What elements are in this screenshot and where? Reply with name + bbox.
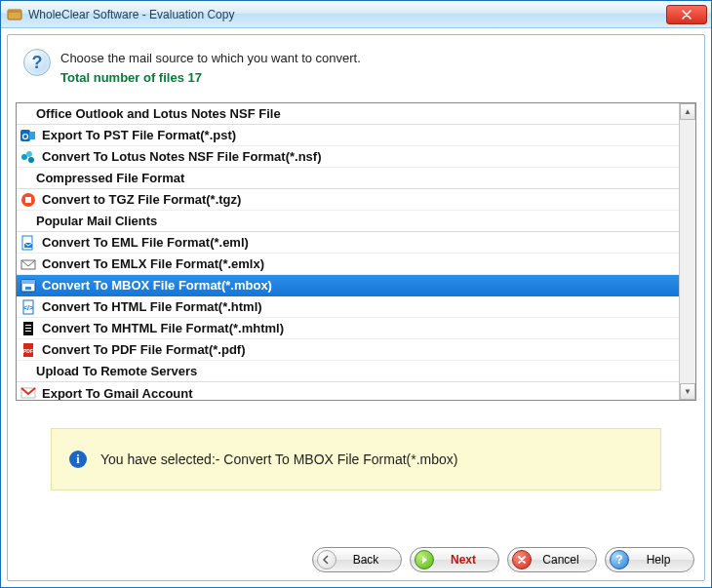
svg-rect-4 [29,132,35,139]
help-icon: ? [610,550,629,569]
list-item-gmail[interactable]: Export To Gmail Account [17,382,679,400]
mbox-icon [20,278,36,294]
prompt-header: ? Choose the mail source to which you wa… [16,45,696,97]
file-count-text: Total number of files 17 [60,68,361,88]
info-icon: i [69,451,87,468]
list-item-nsf[interactable]: Convert To Lotus Notes NSF File Format(*… [17,146,679,168]
list-item-label: Convert To MBOX File Format(*.mbox) [42,278,272,293]
cancel-button[interactable]: Cancel [507,547,597,572]
format-list[interactable]: Office Outlook and Lotus Notes NSF File … [17,103,679,400]
list-item-label: Convert to TGZ File Format(*.tgz) [42,192,241,207]
svg-text:PDF: PDF [23,348,33,354]
prompt-text: Choose the mail source to which you want… [60,49,361,68]
outlook-icon: O [20,128,36,143]
question-icon: ? [23,49,51,76]
close-button[interactable] [666,5,707,24]
svg-point-6 [26,151,32,157]
svg-rect-15 [25,287,31,290]
svg-rect-14 [21,280,35,284]
gmail-icon [20,385,36,400]
file-mail-icon [20,235,36,251]
svg-rect-20 [25,328,31,329]
svg-rect-1 [8,10,21,13]
list-item-eml[interactable]: Convert To EML File Format(*.eml) [17,232,679,254]
close-icon [512,550,532,569]
list-item-label: Export To PST File Format(*.pst) [42,128,236,142]
window-title: WholeClear Software - Evaluation Copy [28,8,234,21]
list-item-label: Convert To EMLX File Format(*.emlx) [42,256,264,271]
list-item-mbox[interactable]: Convert To MBOX File Format(*.mbox) [17,275,679,296]
button-label: Back [342,553,389,567]
svg-point-5 [21,154,27,160]
scroll-down-button[interactable]: ▼ [680,383,695,400]
lotus-icon [20,149,36,165]
titlebar: WholeClear Software - Evaluation Copy [1,1,711,28]
group-header-popular: Popular Mail Clients [17,211,679,232]
list-item-pst[interactable]: O Export To PST File Format(*.pst) [17,125,679,146]
svg-rect-19 [25,325,31,326]
main-panel: ? Choose the mail source to which you wa… [7,34,705,581]
group-header-office: Office Outlook and Lotus Notes NSF File [17,103,679,125]
button-label: Help [635,553,682,567]
file-dark-icon [20,321,36,336]
archive-icon [20,192,36,208]
arrow-left-icon [317,550,336,569]
selection-info-bar: i You have selected:- Convert To MBOX Fi… [51,428,661,490]
list-item-tgz[interactable]: Convert to TGZ File Format(*.tgz) [17,189,679,211]
next-button[interactable]: Next [410,547,499,572]
format-list-container: Office Outlook and Lotus Notes NSF File … [16,102,696,401]
group-header-compressed: Compressed File Format [17,168,679,189]
file-pdf-icon: PDF [20,342,36,358]
list-item-html[interactable]: </> Convert To HTML File Format(*.html) [17,296,679,318]
button-label: Cancel [537,553,584,567]
arrow-right-icon [415,550,434,569]
list-item-label: Convert To HTML File Format(*.html) [42,299,262,314]
list-item-emlx[interactable]: Convert To EMLX File Format(*.emlx) [17,254,679,275]
list-item-label: Convert To MHTML File Format(*.mhtml) [42,321,284,335]
scroll-track[interactable] [680,120,695,383]
svg-text:</>: </> [23,304,33,311]
svg-rect-9 [25,197,31,203]
svg-text:O: O [21,132,28,141]
list-item-pdf[interactable]: PDF Convert To PDF File Format(*.pdf) [17,339,679,361]
list-item-mhtml[interactable]: Convert To MHTML File Format(*.mhtml) [17,318,679,339]
list-item-label: Convert To PDF File Format(*.pdf) [42,342,245,357]
app-icon [7,7,22,22]
scroll-up-button[interactable]: ▲ [680,103,695,120]
list-item-label: Export To Gmail Account [42,386,193,401]
back-button[interactable]: Back [312,547,402,572]
selection-info-text: You have selected:- Convert To MBOX File… [100,451,458,467]
list-scrollbar[interactable]: ▲ ▼ [679,103,695,400]
envelope-icon [20,256,36,272]
wizard-button-row: Back Next Cancel ? Help [312,547,694,572]
svg-point-7 [28,157,34,163]
list-item-label: Convert To EML File Format(*.eml) [42,235,249,250]
button-label: Next [440,553,487,567]
file-code-icon: </> [20,299,36,315]
group-header-upload: Upload To Remote Servers [17,361,679,382]
list-item-label: Convert To Lotus Notes NSF File Format(*… [42,149,322,164]
svg-rect-21 [25,331,31,332]
help-button[interactable]: ? Help [605,547,694,572]
